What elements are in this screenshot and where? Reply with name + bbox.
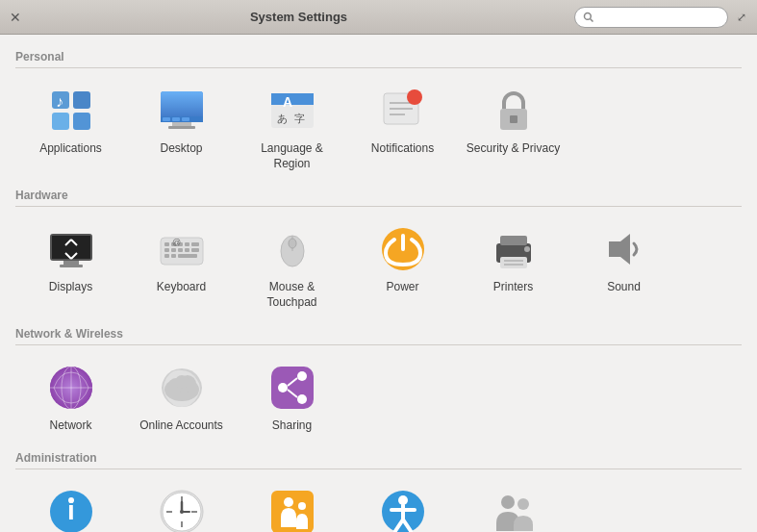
svg-rect-47 [171,254,176,258]
parental-icon [269,489,315,532]
displays-icon [48,226,94,272]
administration-grid: i About [15,477,742,532]
svg-rect-36 [164,242,169,246]
applications-label: Applications [39,141,102,157]
online-accounts-label: Online Accounts [139,418,223,434]
svg-rect-48 [178,254,197,258]
item-network[interactable]: Network [15,353,126,443]
svg-text:A: A [283,94,292,110]
svg-text:♪: ♪ [56,93,63,110]
svg-rect-12 [163,117,170,121]
item-about[interactable]: i About [15,477,126,532]
item-notifications[interactable]: Notifications [347,76,458,181]
item-desktop[interactable]: Desktop [126,76,237,181]
close-button[interactable]: ✕ [8,10,23,25]
svg-point-71 [278,383,288,393]
displays-label: Displays [49,280,92,295]
section-header-personal: Personal [15,50,742,68]
svg-point-24 [407,89,422,105]
section-personal: Personal ♪ Applications [15,50,742,181]
search-input[interactable] [598,11,723,24]
item-keyboard[interactable]: @ Keyboard [126,215,237,319]
svg-rect-45 [191,248,199,252]
svg-point-78 [68,497,74,503]
item-universal-access[interactable]: Universal Access [347,477,458,532]
item-parental-control[interactable]: Parental Control [237,477,347,532]
personal-grid: ♪ Applications [15,76,742,181]
svg-point-59 [524,246,530,252]
item-printers[interactable]: Printers [458,215,568,319]
network-grid: Network Online Accounts [15,353,742,443]
about-icon: i [48,489,94,532]
svg-rect-44 [185,248,189,252]
section-header-network: Network & Wireless [15,327,742,345]
search-box[interactable] [574,7,728,28]
notifications-label: Notifications [371,141,434,157]
section-header-administration: Administration [15,451,742,469]
item-online-accounts[interactable]: Online Accounts [126,353,237,443]
svg-rect-58 [504,264,523,266]
svg-point-97 [501,495,515,509]
network-label: Network [49,418,91,434]
power-icon [380,226,426,272]
svg-point-73 [297,394,307,404]
svg-rect-46 [164,254,169,258]
svg-rect-13 [172,117,180,121]
sharing-label: Sharing [272,418,312,434]
svg-rect-55 [500,236,527,245]
keyboard-label: Keyboard [157,280,206,295]
expand-button[interactable]: ⤢ [734,10,749,25]
mouse-touchpad-label: Mouse & Touchpad [244,280,340,310]
item-power[interactable]: Power [347,215,458,319]
search-icon [583,12,594,23]
mouse-icon [269,226,315,272]
svg-rect-42 [171,248,176,252]
power-label: Power [386,280,418,295]
section-hardware: Hardware Displays [15,189,742,319]
svg-point-87 [180,510,184,514]
svg-text:@: @ [172,238,181,247]
item-sharing[interactable]: Sharing [237,353,347,443]
printers-icon [491,226,537,272]
desktop-label: Desktop [160,141,202,157]
svg-point-72 [297,371,307,381]
svg-point-52 [289,239,296,248]
svg-rect-9 [172,122,191,126]
svg-rect-28 [52,236,90,259]
item-user-accounts[interactable]: User Accounts [458,477,568,532]
svg-rect-30 [60,265,83,267]
datetime-icon [159,489,205,532]
item-displays[interactable]: Displays [15,215,126,319]
section-header-hardware: Hardware [15,189,742,207]
item-language-region[interactable]: A あ 字 Language & Region [237,76,347,181]
sound-label: Sound [607,280,641,295]
svg-rect-3 [73,91,90,109]
item-security-privacy[interactable]: Security & Privacy [458,76,568,181]
item-sound[interactable]: Sound [568,215,679,319]
svg-rect-41 [164,248,169,252]
language-icon: A あ 字 [269,88,315,134]
applications-icon: ♪ [48,88,94,134]
svg-rect-57 [504,260,523,262]
section-administration: Administration i About [15,451,742,532]
svg-rect-70 [271,367,314,409]
item-date-time[interactable]: Date & Time [126,477,237,532]
svg-point-89 [284,497,293,507]
svg-rect-4 [52,113,69,130]
titlebar: ✕ System Settings ⤢ [0,0,757,35]
notifications-icon [380,88,426,134]
user-accounts-icon [491,489,537,532]
item-applications[interactable]: ♪ Applications [15,76,126,181]
svg-rect-14 [182,117,189,121]
item-mouse-touchpad[interactable]: Mouse & Touchpad [237,215,347,319]
universal-access-icon [380,489,426,532]
svg-rect-10 [168,126,195,129]
svg-text:あ: あ [277,113,288,124]
svg-rect-56 [500,257,527,268]
network-icon [48,365,94,411]
svg-text:字: 字 [294,113,305,124]
svg-point-98 [517,498,529,510]
titlebar-right: ⤢ [574,7,749,28]
sound-icon [601,226,647,272]
svg-rect-29 [63,261,79,265]
